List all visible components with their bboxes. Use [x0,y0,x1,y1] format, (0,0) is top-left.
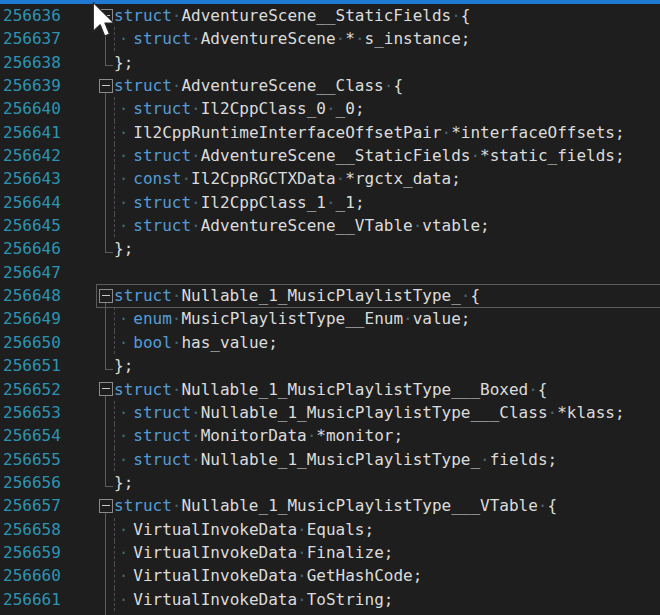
fold-collapse-button[interactable] [99,289,113,303]
fold-margin [99,541,113,564]
code-line[interactable]: 256646}; [0,237,660,260]
whitespace-dot: · [191,403,201,422]
line-number[interactable]: 256638 [3,51,61,74]
code-line[interactable]: 256657struct·Nullable_1_MusicPlaylistTyp… [0,494,660,517]
code-line[interactable]: 256662}; [0,611,660,615]
fold-collapse-button[interactable] [99,9,113,23]
collapse-minus-icon [102,15,110,16]
code-line[interactable]: 256649·enum·MusicPlaylistType__Enum·valu… [0,307,660,330]
line-number[interactable]: 256639 [3,74,61,97]
line-number[interactable]: 256647 [3,261,61,284]
indent-whitespace-dot: · [114,307,133,330]
code-line[interactable]: 256651}; [0,354,660,377]
code-editor[interactable]: 256636struct·AdventureScene__StaticField… [0,0,660,615]
code-line[interactable]: 256642·struct·AdventureScene__StaticFiel… [0,144,660,167]
fold-margin [99,401,113,424]
fold-region-line [105,121,106,144]
keyword-token: enum [133,309,172,328]
code-line[interactable]: 256659·VirtualInvokeData·Finalize; [0,541,660,564]
fold-collapse-button[interactable] [99,79,113,93]
code-line[interactable]: 256655·struct·Nullable_1_MusicPlaylistTy… [0,448,660,471]
code-line[interactable]: 256660·VirtualInvokeData·GetHashCode; [0,564,660,587]
whitespace-dot: · [403,309,413,328]
fold-region-line [105,588,106,611]
indent-whitespace-dot: · [114,518,133,541]
code-lines-area[interactable]: 256636struct·AdventureScene__StaticField… [0,4,660,615]
keyword-token: struct [133,426,191,445]
code-line[interactable]: 256641·Il2CppRuntimeInterfaceOffsetPair·… [0,121,660,144]
line-number[interactable]: 256653 [3,401,61,424]
line-number[interactable]: 256655 [3,448,61,471]
code-token: *klass; [557,403,624,422]
code-line[interactable]: 256636struct·AdventureScene__StaticField… [0,4,660,27]
line-number[interactable]: 256640 [3,97,61,120]
line-number[interactable]: 256651 [3,354,61,377]
fold-region-line [105,448,106,471]
line-number[interactable]: 256643 [3,167,61,190]
code-token: { [393,76,403,95]
fold-margin [99,27,113,50]
fold-margin [99,144,113,167]
line-number[interactable]: 256649 [3,307,61,330]
line-number[interactable]: 256642 [3,144,61,167]
line-number[interactable]: 256637 [3,27,61,50]
code-text: ·VirtualInvokeData·GetHashCode; [114,564,422,587]
code-token: AdventureScene__VTable [201,216,413,235]
code-text: ·VirtualInvokeData·Equals; [114,518,374,541]
line-number[interactable]: 256641 [3,121,61,144]
whitespace-dot: · [355,29,365,48]
line-number[interactable]: 256657 [3,494,61,517]
whitespace-dot: · [413,216,423,235]
line-number[interactable]: 256645 [3,214,61,237]
code-text: struct·Nullable_1_MusicPlaylistType_·{ [114,284,480,307]
code-line[interactable]: 256644·struct·Il2CppClass_1·_1; [0,191,660,214]
line-number[interactable]: 256656 [3,471,61,494]
code-line[interactable]: 256640·struct·Il2CppClass_0·_0; [0,97,660,120]
code-line[interactable]: 256647 [0,261,660,284]
code-line[interactable]: 256645·struct·AdventureScene__VTable·vta… [0,214,660,237]
indent-whitespace-dot: · [114,448,133,471]
code-line[interactable]: 256643·const·Il2CppRGCTXData·*rgctx_data… [0,167,660,190]
line-number[interactable]: 256652 [3,378,61,401]
code-token: Nullable_1_MusicPlaylistType_ [181,286,460,305]
code-line[interactable]: 256654·struct·MonitorData·*monitor; [0,424,660,447]
code-token: VirtualInvokeData [133,520,297,539]
code-line[interactable]: 256658·VirtualInvokeData·Equals; [0,518,660,541]
fold-collapse-button[interactable] [99,382,113,396]
line-number[interactable]: 256646 [3,237,61,260]
line-number[interactable]: 256659 [3,541,61,564]
whitespace-dot: · [384,76,394,95]
code-line[interactable]: 256638}; [0,51,660,74]
code-token: Nullable_1_MusicPlaylistType___Boxed [181,380,528,399]
keyword-token: struct [133,29,191,48]
line-number[interactable]: 256658 [3,518,61,541]
code-line[interactable]: 256637·struct·AdventureScene·*·s_instanc… [0,27,660,50]
code-line[interactable]: 256656}; [0,471,660,494]
fold-region-line [105,167,106,190]
line-number[interactable]: 256644 [3,191,61,214]
code-line[interactable]: 256650·bool·has_value; [0,331,660,354]
code-line[interactable]: 256661·VirtualInvokeData·ToString; [0,588,660,611]
code-line[interactable]: 256653·struct·Nullable_1_MusicPlaylistTy… [0,401,660,424]
code-text: ·struct·Nullable_1_MusicPlaylistType_·fi… [114,448,557,471]
whitespace-dot: · [191,99,201,118]
fold-collapse-button[interactable] [99,499,113,513]
fold-margin [99,167,113,190]
line-number[interactable]: 256636 [3,4,61,27]
line-number[interactable]: 256648 [3,284,61,307]
line-number[interactable]: 256650 [3,331,61,354]
line-number[interactable]: 256662 [3,611,61,615]
code-line[interactable]: 256648struct·Nullable_1_MusicPlaylistTyp… [0,284,660,307]
code-text: struct·AdventureScene__Class·{ [114,74,403,97]
line-number[interactable]: 256660 [3,564,61,587]
line-number[interactable]: 256654 [3,424,61,447]
code-token: Il2CppRuntimeInterfaceOffsetPair [133,123,441,142]
line-number[interactable]: 256661 [3,588,61,611]
collapse-minus-icon [102,505,110,506]
code-line[interactable]: 256639struct·AdventureScene__Class·{ [0,74,660,97]
code-text: struct·Nullable_1_MusicPlaylistType___VT… [114,494,557,517]
whitespace-dot: · [191,216,201,235]
fold-region-corner [105,51,113,67]
whitespace-dot: · [191,193,201,212]
code-line[interactable]: 256652struct·Nullable_1_MusicPlaylistTyp… [0,378,660,401]
